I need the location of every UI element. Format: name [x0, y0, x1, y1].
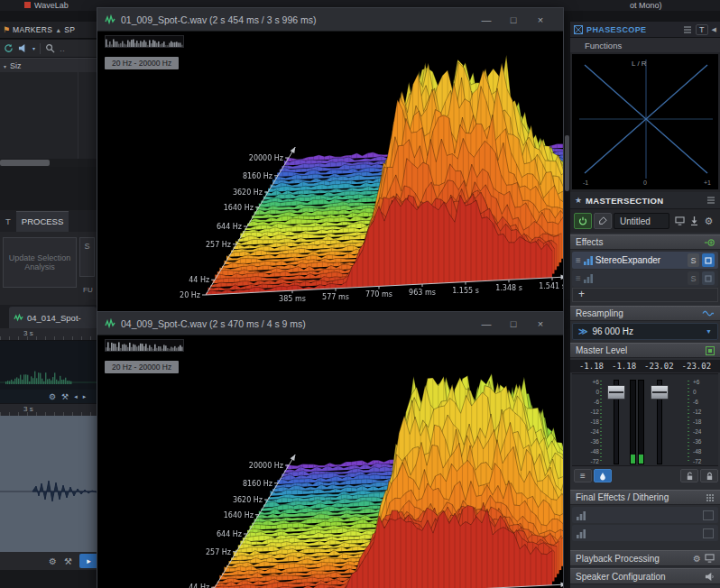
solo-button[interactable]: S — [688, 271, 699, 285]
drag-handle-icon[interactable]: ≡ — [576, 255, 581, 265]
slot-option-box[interactable] — [703, 510, 714, 520]
power-button[interactable] — [574, 213, 592, 229]
monitor-button[interactable] — [672, 213, 687, 229]
settings-button-truncated[interactable]: S — [79, 237, 95, 277]
gear-icon[interactable]: ⚙ — [701, 213, 716, 229]
playback-processing-header[interactable]: Playback Processing ⚙ — [570, 550, 720, 566]
master-fader-right[interactable] — [649, 378, 669, 464]
minimize-button[interactable]: — — [473, 318, 500, 329]
markers-list-area[interactable] — [0, 72, 97, 159]
fader-scale-label: -18 — [693, 418, 716, 425]
resampling-section-header[interactable]: Resampling — [570, 306, 720, 321]
ruler-label: 3 s — [23, 329, 33, 337]
tab-markers[interactable]: MARKERS — [13, 25, 52, 34]
unlock-button[interactable] — [680, 469, 698, 482]
app-title: WaveLab — [34, 1, 69, 10]
frequency-range-button[interactable]: 20 Hz - 20000 Hz — [105, 361, 179, 373]
speaker-configuration-header[interactable]: Speaker Configuration — [570, 568, 720, 584]
t-button[interactable]: T — [696, 24, 708, 35]
level-readout: -1.18 -1.18 -23.02 -23.02 — [570, 360, 720, 372]
preset-select[interactable]: Untitled — [614, 213, 669, 229]
arrow-right-icon[interactable]: ▸ — [83, 393, 87, 400]
frequency-range-button[interactable]: 20 Hz - 20000 Hz — [105, 57, 179, 69]
drag-handle-icon[interactable]: ≡ — [576, 273, 581, 283]
add-plugin-icon[interactable] — [704, 238, 715, 247]
unlock-icon — [686, 472, 694, 481]
tools-icon[interactable]: ⚒ — [64, 556, 72, 566]
app-logo-icon — [24, 2, 31, 8]
tab-t[interactable]: T — [0, 212, 16, 232]
waveform-file-icon — [105, 318, 115, 328]
speaker-icon[interactable] — [18, 43, 28, 53]
time-ruler[interactable]: 3 s — [0, 404, 97, 417]
plugin-bars-icon — [577, 510, 586, 520]
column-header-label: Siz — [10, 61, 22, 70]
meter-level — [631, 455, 635, 464]
double-chevron-icon: ≫ — [578, 326, 587, 336]
window-titlebar[interactable]: 01_009_Spot-C.wav (2 s 454 ms / 3 s 996 … — [97, 8, 563, 32]
close-button[interactable]: × — [527, 14, 554, 25]
3d-spectrogram-plot — [97, 335, 563, 588]
fader-cap[interactable] — [651, 385, 669, 400]
dock-icon[interactable]: ◀ — [712, 26, 716, 33]
menu-icon[interactable] — [683, 26, 692, 33]
marker-flag-icon: ⚑ — [3, 25, 10, 34]
phasescope-header[interactable]: PHASESCOPE T ◀ — [570, 22, 720, 38]
effect-slot-1[interactable]: ≡ StereoExpander S — [572, 252, 718, 269]
master-section-header[interactable]: ★ MASTERSECTION — [570, 192, 720, 209]
droplet-button[interactable] — [594, 469, 612, 482]
update-selection-analysis-button[interactable]: Update Selection Analysis — [3, 237, 77, 288]
close-button[interactable]: × — [527, 318, 554, 329]
refresh-icon[interactable] — [4, 43, 14, 53]
fader-scale-label: -6 — [576, 399, 599, 405]
window-titlebar[interactable]: 04_009_Spot-C.wav (2 s 470 ms / 4 s 9 ms… — [97, 312, 563, 335]
final-effect-slot-1[interactable] — [572, 507, 718, 523]
tab-process[interactable]: PROCESS — [16, 211, 69, 232]
slot-option-box[interactable] — [703, 528, 714, 538]
file-tab[interactable]: 04_014_Spot- — [9, 307, 97, 328]
solo-button[interactable]: S — [688, 253, 699, 267]
rms-right: -23.02 — [682, 362, 712, 371]
waveform-file-icon — [105, 14, 115, 24]
spectrum-view: 20 Hz - 20000 Hz — [97, 32, 563, 312]
master-level-section-header[interactable]: Master Level — [570, 343, 720, 358]
effect-name: StereoExpander — [595, 255, 685, 265]
vertical-scrollbar-thumb[interactable] — [565, 135, 569, 191]
arrow-left-icon[interactable]: ◂ — [74, 393, 78, 400]
add-effect-button[interactable]: + — [572, 288, 718, 302]
minimize-button[interactable]: — — [473, 14, 500, 25]
master-fader-left[interactable] — [605, 378, 625, 464]
tab-sp[interactable]: SP — [64, 25, 75, 34]
play-scrub-button[interactable]: ▸ — [79, 554, 98, 568]
lock-button[interactable] — [700, 469, 718, 482]
waveform-main-view[interactable] — [0, 416, 97, 552]
gear-icon[interactable]: ⚙ — [49, 392, 56, 401]
render-button[interactable] — [688, 213, 700, 229]
link-faders-button[interactable]: ≡ — [574, 469, 592, 482]
overflow-dots-icon[interactable]: ‥ — [60, 44, 65, 53]
peak-left: -1.18 — [579, 362, 604, 371]
waveform-overview[interactable] — [0, 341, 97, 390]
final-effect-slot-2[interactable] — [572, 525, 718, 541]
search-icon[interactable] — [45, 43, 55, 53]
maximize-button[interactable]: □ — [500, 318, 527, 329]
functions-menu[interactable]: Functions — [585, 41, 622, 51]
horizontal-scrollbar[interactable] — [0, 159, 97, 167]
time-ruler[interactable]: 3 s — [0, 328, 97, 341]
chevron-down-icon[interactable]: ▾ — [32, 45, 35, 51]
bypass-button[interactable] — [702, 253, 715, 267]
bypass-button[interactable] — [702, 271, 715, 285]
scrollbar-thumb[interactable] — [0, 160, 50, 166]
menu-icon[interactable] — [706, 197, 715, 204]
plugin-bars-icon — [577, 528, 586, 538]
effect-slot-2[interactable]: ≡ S — [572, 270, 718, 287]
tools-icon[interactable]: ⚒ — [61, 392, 69, 401]
sample-rate-select[interactable]: ≫ 96 000 Hz ▼ — [572, 323, 718, 340]
fader-cap[interactable] — [607, 385, 625, 400]
brush-button[interactable] — [594, 213, 612, 229]
final-effects-section-header[interactable]: Final Effects / Dithering — [570, 490, 720, 505]
effects-section-header[interactable]: Effects — [570, 234, 720, 250]
phasescope-display: L / R -1 0 +1 — [572, 54, 718, 189]
gear-icon[interactable]: ⚙ — [49, 556, 57, 566]
maximize-button[interactable]: □ — [500, 14, 527, 25]
